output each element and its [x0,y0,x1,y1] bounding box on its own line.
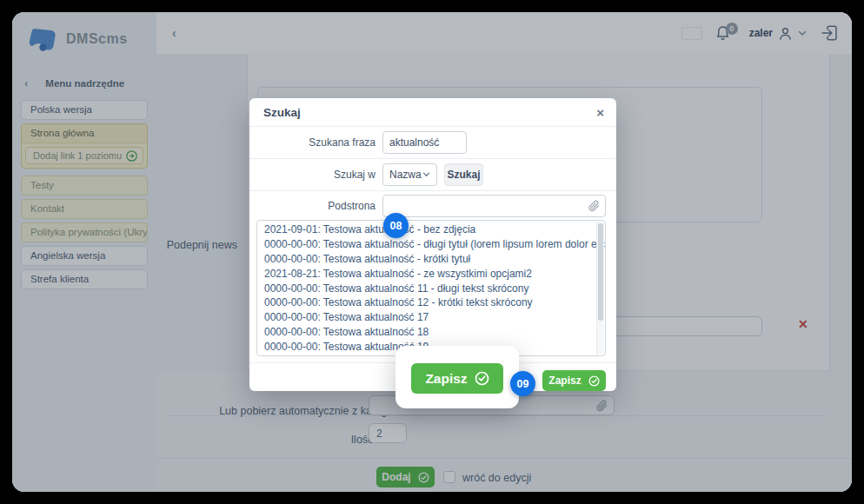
modal-title: Szukaj [263,106,301,119]
check-circle-icon [588,375,600,387]
result-item[interactable]: 2021-08-21: Testowa aktualność - ze wszy… [257,266,605,281]
list-scrollbar[interactable] [596,222,604,355]
podstrona-row: Podstrona [249,191,616,220]
zapisz-callout-button[interactable]: Zapisz [411,363,503,394]
result-item[interactable]: 0000-00-00: Testowa aktualność - długi t… [257,237,605,252]
fraza-label: Szukana fraza [249,136,382,149]
fraza-input[interactable] [382,131,467,154]
app-window: DMScms ‹ Menu nadrzędne Polska wersja St… [12,12,852,492]
result-item[interactable]: 0000-00-00: Testowa aktualność 12 - krót… [257,295,605,310]
check-circle-icon [475,371,489,386]
zapisz-button[interactable]: Zapisz [542,370,606,391]
szukaj-w-select[interactable]: Nazwa [382,163,437,186]
szukaj-w-value: Nazwa [389,169,422,181]
paperclip-icon[interactable] [588,200,600,212]
szukaj-w-label: Szukaj w [249,169,382,181]
result-item[interactable]: 0000-00-00: Testowa aktualność - krótki … [257,252,605,267]
result-item[interactable]: 0000-00-00: Testowa aktualność 11 - dług… [257,281,605,295]
szukaj-w-row: Szukaj w Nazwa Szukaj [249,159,616,191]
zapisz-callout-card: Zapisz [395,346,519,408]
close-icon[interactable]: × [596,105,604,120]
chevron-down-icon [422,172,430,177]
result-item[interactable]: 0000-00-00: Testowa aktualność 17 [257,310,605,325]
modal-header: Szukaj × [249,98,616,127]
fraza-row: Szukana fraza [249,127,616,159]
zapisz-label: Zapisz [548,375,581,387]
scrollbar-thumb[interactable] [598,223,603,321]
result-item[interactable]: 2021-09-01: Testowa aktualność - bez zdj… [257,222,605,237]
results-listbox: 2021-09-01: Testowa aktualność - bez zdj… [256,220,606,356]
podstrona-label: Podstrona [249,200,382,212]
podstrona-input[interactable] [382,195,606,217]
szukaj-button[interactable]: Szukaj [444,163,483,186]
zapisz-callout-label: Zapisz [425,371,467,387]
step-badge-08: 08 [383,213,409,238]
result-item[interactable]: 0000-00-00: Testowa aktualność 18 [257,324,605,339]
step-badge-09: 09 [510,371,535,396]
